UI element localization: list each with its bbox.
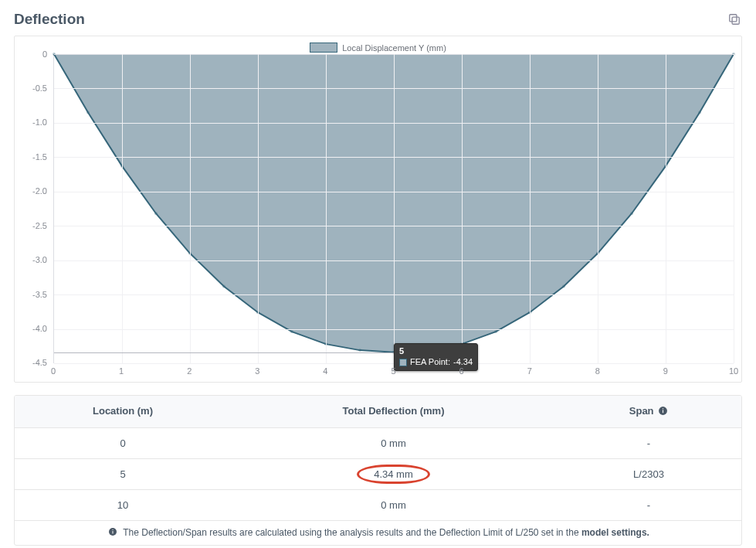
- svg-rect-1: [730, 15, 737, 22]
- page-title: Deflection: [14, 11, 85, 28]
- cell-deflection: 0 mm: [231, 427, 556, 458]
- svg-rect-25: [663, 408, 663, 409]
- deflection-chart[interactable]: Local Displacement Y (mm) 0-0.5-1.0-1.5-…: [14, 36, 742, 383]
- col-location: Location (m): [15, 396, 231, 427]
- y-axis: 0-0.5-1.0-1.5-2.0-2.5-3.0-3.5-4.0-4.5: [22, 54, 53, 363]
- svg-point-17: [562, 284, 565, 288]
- x-tick: 2: [187, 366, 192, 376]
- svg-point-9: [290, 330, 293, 333]
- x-tick: 10: [729, 366, 738, 376]
- tooltip-x: 5: [399, 346, 473, 356]
- info-icon: [108, 527, 117, 539]
- x-tick: 7: [527, 366, 532, 376]
- col-deflection: Total Deflection (mm): [231, 396, 556, 427]
- table-row: 00 mm-: [15, 427, 741, 458]
- x-tick: 5: [391, 366, 395, 376]
- svg-point-21: [698, 111, 701, 114]
- legend-label: Local Displacement Y (mm): [342, 43, 446, 53]
- table-header: Location (m) Total Deflection (mm) Span: [15, 396, 741, 427]
- cell-deflection: 4.34 mm: [231, 458, 556, 489]
- chart-legend: Local Displacement Y (mm): [22, 43, 734, 53]
- svg-rect-0: [732, 17, 739, 24]
- info-icon[interactable]: [658, 406, 668, 418]
- x-tick: 3: [255, 366, 259, 376]
- svg-point-15: [494, 330, 497, 333]
- cell-location: 10: [15, 489, 231, 520]
- cell-span: -: [556, 427, 741, 458]
- cell-location: 0: [15, 427, 231, 458]
- legend-swatch: [310, 43, 337, 53]
- x-tick: 0: [51, 366, 56, 376]
- x-tick: 6: [459, 366, 464, 376]
- cell-span: L/2303: [556, 458, 741, 489]
- x-axis: 012345678910: [53, 366, 734, 377]
- plot-area[interactable]: 5 FEA Point: -4.34: [53, 54, 734, 363]
- col-span: Span: [556, 396, 741, 427]
- svg-rect-27: [113, 531, 114, 534]
- svg-point-7: [222, 284, 225, 288]
- table-row: 100 mm-: [15, 489, 741, 520]
- table-footer-note: The Deflection/Span results are calculat…: [15, 520, 741, 545]
- x-tick: 4: [323, 366, 327, 376]
- cell-span: -: [556, 489, 741, 520]
- copy-icon[interactable]: [727, 12, 742, 27]
- cell-location: 5: [15, 458, 231, 489]
- x-tick: 9: [663, 366, 668, 376]
- svg-point-19: [630, 212, 633, 215]
- crosshair-horizontal: [54, 352, 394, 353]
- tooltip-swatch: [399, 359, 407, 366]
- x-tick: 1: [119, 366, 124, 376]
- svg-rect-28: [113, 529, 114, 530]
- svg-point-11: [358, 349, 361, 352]
- deflection-table: Location (m) Total Deflection (mm) Span …: [14, 395, 742, 546]
- cell-deflection: 0 mm: [231, 489, 556, 520]
- svg-rect-24: [663, 410, 663, 413]
- svg-point-3: [86, 111, 90, 114]
- x-tick: 8: [595, 366, 600, 376]
- svg-point-5: [154, 212, 158, 215]
- table-row: 54.34 mmL/2303: [15, 458, 741, 489]
